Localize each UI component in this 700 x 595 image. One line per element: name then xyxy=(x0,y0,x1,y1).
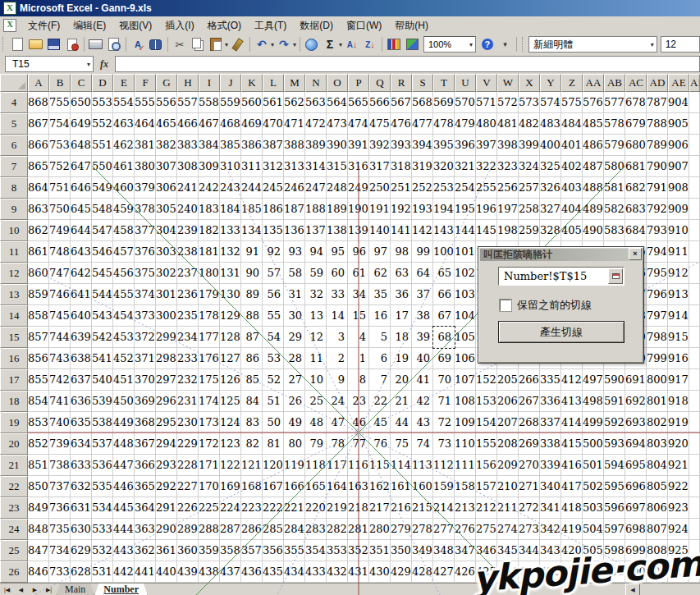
cell[interactable]: 539 xyxy=(92,391,113,412)
cell[interactable]: 139 xyxy=(348,220,369,241)
cell[interactable]: 387 xyxy=(263,135,284,156)
cell[interactable]: 364 xyxy=(135,497,156,519)
menu-item-D[interactable]: 数据(D) xyxy=(293,16,340,35)
cell[interactable]: 855 xyxy=(28,369,49,391)
cell[interactable]: 216 xyxy=(391,497,412,519)
cell[interactable]: 289 xyxy=(177,519,199,540)
cell[interactable]: 123 xyxy=(220,433,241,455)
cell[interactable]: 129 xyxy=(220,305,241,327)
cell[interactable]: 858 xyxy=(28,305,49,327)
cell[interactable]: 632 xyxy=(71,476,92,497)
cell[interactable]: 595 xyxy=(604,476,625,497)
cell[interactable]: 64 xyxy=(412,263,433,284)
cell[interactable]: 846 xyxy=(28,561,49,583)
toolbar-options-icon[interactable] xyxy=(497,36,514,53)
cell[interactable]: 737 xyxy=(49,476,71,497)
cell[interactable]: 96 xyxy=(348,241,369,263)
cell[interactable]: 67 xyxy=(433,305,455,327)
cell[interactable]: 532 xyxy=(92,540,113,561)
row-header-12[interactable]: 12 xyxy=(0,263,28,284)
cell[interactable]: 501 xyxy=(583,455,604,476)
cell[interactable]: 802 xyxy=(647,412,668,433)
cell[interactable]: 696 xyxy=(625,476,647,497)
row-header-13[interactable]: 13 xyxy=(0,284,28,305)
cell[interactable]: 307 xyxy=(156,156,177,177)
cell[interactable]: 5 xyxy=(369,327,391,348)
chevron-down-icon[interactable]: ▾ xyxy=(225,41,228,48)
cell[interactable]: 749 xyxy=(49,220,71,241)
cell[interactable]: 542 xyxy=(92,327,113,348)
cell[interactable]: 185 xyxy=(241,199,263,220)
cell[interactable]: 362 xyxy=(135,540,156,561)
cell[interactable]: 341 xyxy=(540,497,561,519)
cell[interactable]: 11 xyxy=(305,348,327,369)
cell[interactable]: 215 xyxy=(412,497,433,519)
column-header-H[interactable]: H xyxy=(177,74,199,92)
cell[interactable]: 224 xyxy=(220,497,241,519)
cell[interactable]: 30 xyxy=(284,305,305,327)
cell[interactable]: 74 xyxy=(412,433,433,455)
cell[interactable]: 24 xyxy=(327,391,348,412)
cell[interactable]: 442 xyxy=(113,561,135,583)
cell[interactable]: 466 xyxy=(177,113,199,135)
cell[interactable]: 504 xyxy=(583,519,604,540)
cell[interactable]: 217 xyxy=(369,497,391,519)
cell[interactable]: 593 xyxy=(604,433,625,455)
cell[interactable]: 489 xyxy=(583,199,604,220)
cell[interactable]: 697 xyxy=(625,497,647,519)
cell[interactable]: 276 xyxy=(455,519,476,540)
cell[interactable]: 275 xyxy=(476,519,497,540)
cell[interactable]: 371 xyxy=(135,348,156,369)
cell[interactable]: 277 xyxy=(433,519,455,540)
cell[interactable]: 119 xyxy=(284,455,305,476)
cell[interactable]: 184 xyxy=(220,199,241,220)
cell[interactable]: 918 xyxy=(668,391,689,412)
column-header-Q[interactable]: Q xyxy=(369,74,391,92)
row-header-23[interactable]: 23 xyxy=(0,497,28,519)
row-header-11[interactable]: 11 xyxy=(0,241,28,263)
sheet-tab-main[interactable]: Main xyxy=(56,584,94,595)
cell[interactable]: 680 xyxy=(625,135,647,156)
cell[interactable]: 633 xyxy=(71,455,92,476)
cell[interactable]: 538 xyxy=(92,412,113,433)
cell[interactable]: 358 xyxy=(220,540,241,561)
row-header-26[interactable]: 26 xyxy=(0,561,28,583)
cell[interactable]: 854 xyxy=(28,391,49,412)
cell[interactable] xyxy=(689,177,700,199)
cell[interactable]: 473 xyxy=(327,113,348,135)
column-header-E[interactable]: E xyxy=(113,74,135,92)
cell[interactable]: 357 xyxy=(241,540,263,561)
cell[interactable]: 795 xyxy=(647,263,668,284)
cell[interactable]: 186 xyxy=(263,199,284,220)
cell[interactable]: 924 xyxy=(668,519,689,540)
cell[interactable]: 83 xyxy=(241,412,263,433)
column-header-S[interactable]: S xyxy=(412,74,433,92)
cell[interactable]: 738 xyxy=(49,455,71,476)
cell[interactable]: 564 xyxy=(327,92,348,113)
cell[interactable]: 197 xyxy=(497,199,519,220)
cell[interactable]: 288 xyxy=(199,519,220,540)
cell[interactable]: 921 xyxy=(668,455,689,476)
column-header-K[interactable]: K xyxy=(241,74,263,92)
cell[interactable]: 751 xyxy=(49,177,71,199)
cell[interactable]: 645 xyxy=(71,199,92,220)
cell[interactable]: 97 xyxy=(369,241,391,263)
cell[interactable]: 418 xyxy=(561,497,583,519)
cell[interactable]: 227 xyxy=(177,476,199,497)
cell[interactable]: 156 xyxy=(476,455,497,476)
keep-previous-checkbox[interactable] xyxy=(500,300,511,311)
cell[interactable]: 485 xyxy=(583,113,604,135)
cell[interactable]: 649 xyxy=(71,113,92,135)
cell[interactable]: 467 xyxy=(199,113,220,135)
cell[interactable] xyxy=(689,476,700,497)
cell[interactable]: 631 xyxy=(71,497,92,519)
cell[interactable]: 17 xyxy=(391,305,412,327)
cell[interactable]: 220 xyxy=(305,497,327,519)
cell[interactable]: 799 xyxy=(647,348,668,369)
cell[interactable]: 236 xyxy=(177,284,199,305)
cell[interactable]: 914 xyxy=(668,305,689,327)
cut-icon[interactable] xyxy=(172,36,188,53)
tab-scroll-prev-icon[interactable]: ◀ xyxy=(14,584,28,595)
cell[interactable]: 207 xyxy=(497,412,519,433)
cell[interactable]: 192 xyxy=(391,199,412,220)
